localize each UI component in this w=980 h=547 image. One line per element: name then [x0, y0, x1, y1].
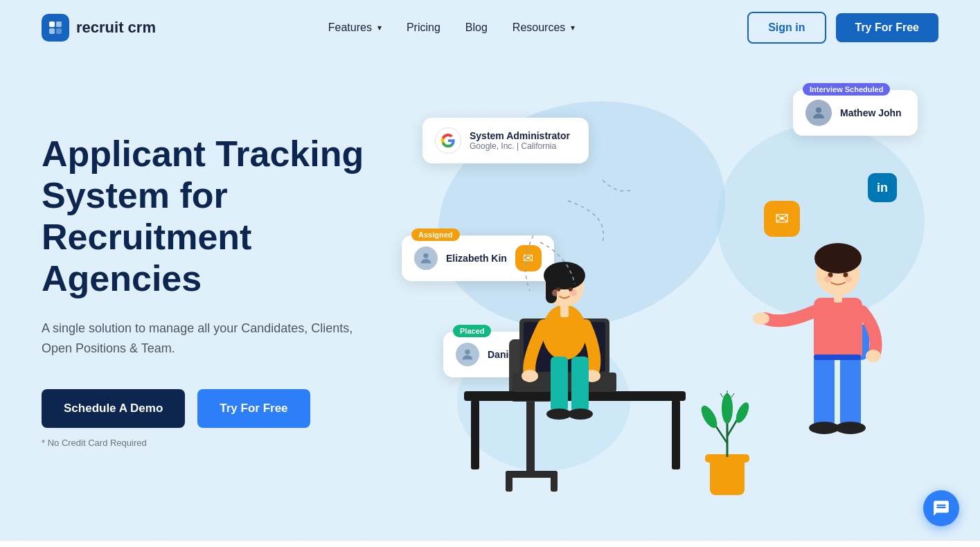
svg-rect-42 [814, 355, 861, 360]
svg-point-48 [845, 276, 852, 283]
svg-rect-13 [471, 400, 479, 469]
google-card-info: System Administrator Google, Inc. | Cali… [470, 130, 570, 151]
google-job-title: System Administrator [470, 130, 570, 141]
demo-button[interactable]: Schedule A Demo [42, 389, 185, 428]
nav-links: Features Pricing Blog Resources [328, 21, 576, 34]
hero-section: Applicant Tracking System for Recruitmen… [0, 55, 980, 540]
card-interview: Interview Scheduled Mathew John [793, 90, 918, 136]
mathew-name: Mathew John [840, 107, 902, 118]
try-button[interactable]: Try For Free [836, 13, 938, 42]
svg-rect-0 [49, 21, 55, 27]
svg-rect-26 [551, 357, 568, 412]
svg-rect-40 [814, 357, 835, 426]
nav-features[interactable]: Features [328, 21, 382, 34]
google-logo [435, 127, 461, 154]
hero-subtitle: A single solution to manage all your Can… [42, 319, 360, 359]
bottom-strip [0, 540, 980, 547]
avatar-mathew [805, 100, 832, 126]
navbar: recruit crm Features Pricing Blog Resour… [0, 0, 980, 55]
svg-point-28 [546, 409, 571, 420]
svg-line-59 [731, 393, 734, 397]
nav-blog[interactable]: Blog [465, 21, 488, 34]
svg-point-33 [570, 289, 577, 296]
svg-line-57 [720, 393, 723, 397]
hero-visual: System Administrator Google, Inc. | Cali… [402, 83, 938, 499]
svg-point-47 [824, 276, 831, 283]
hero-content: Applicant Tracking System for Recruitmen… [42, 134, 402, 448]
svg-point-29 [568, 409, 593, 420]
svg-rect-3 [56, 28, 62, 34]
nav-actions: Sign in Try For Free [747, 12, 938, 44]
illustration-area [402, 152, 938, 499]
logo-text: recruit crm [76, 19, 156, 37]
free-button[interactable]: Try For Free [197, 389, 310, 428]
plant-illustration [693, 388, 762, 499]
woman-illustration [422, 180, 700, 499]
svg-rect-49 [710, 457, 745, 495]
svg-point-44 [835, 422, 866, 434]
svg-rect-1 [56, 21, 62, 27]
svg-point-38 [753, 312, 769, 325]
svg-rect-8 [506, 471, 558, 478]
svg-point-32 [552, 289, 559, 296]
svg-rect-2 [49, 28, 55, 34]
hero-title: Applicant Tracking System for Recruitmen… [42, 134, 402, 299]
hero-buttons: Schedule A Demo Try For Free [42, 389, 402, 428]
svg-rect-41 [840, 357, 861, 426]
svg-point-39 [866, 350, 881, 362]
svg-rect-10 [551, 471, 558, 492]
svg-rect-22 [546, 276, 557, 303]
man-illustration [745, 166, 938, 499]
signin-button[interactable]: Sign in [747, 12, 826, 44]
chat-widget[interactable] [923, 490, 959, 526]
google-company: Google, Inc. | California [470, 141, 570, 151]
badge-interview: Interview Scheduled [803, 83, 890, 96]
svg-point-24 [522, 370, 538, 382]
nav-resources[interactable]: Resources [513, 21, 575, 34]
svg-point-43 [809, 422, 839, 434]
svg-rect-34 [814, 298, 862, 360]
svg-rect-7 [526, 395, 535, 478]
svg-rect-14 [672, 400, 680, 469]
svg-point-54 [722, 393, 733, 424]
svg-rect-27 [571, 357, 589, 412]
svg-rect-23 [560, 305, 569, 317]
no-cc-text: * No Credit Card Required [42, 438, 402, 448]
logo[interactable]: recruit crm [42, 14, 156, 42]
svg-point-6 [816, 107, 821, 113]
logo-icon [42, 14, 69, 42]
svg-rect-9 [506, 471, 513, 492]
nav-pricing[interactable]: Pricing [407, 21, 440, 34]
svg-rect-37 [834, 293, 842, 303]
